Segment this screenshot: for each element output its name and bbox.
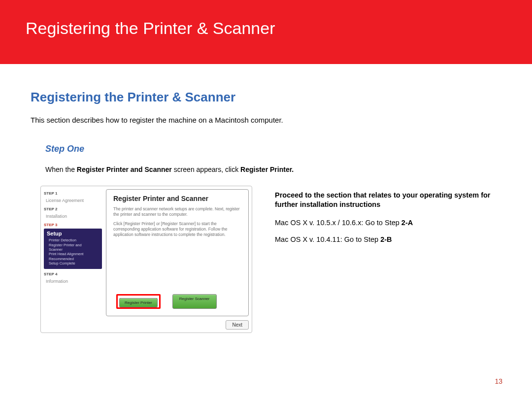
- installer-screenshot: STEP 1 License Agreement STEP 2 Installa…: [40, 186, 252, 333]
- screenshot-container: STEP 1 License Agreement STEP 2 Installa…: [31, 186, 252, 333]
- sidebar-setup-title: Setup: [47, 231, 99, 237]
- register-printer-button[interactable]: Register Printer: [119, 298, 158, 307]
- text: Mac OS X v. 10.5.x / 10.6.x: Go to Step: [275, 219, 401, 227]
- sidebar-setup-sub: Register Printer and: [47, 243, 99, 247]
- sidebar-item-license: License Agreement: [44, 197, 102, 204]
- header-title: Registering the Printer & Scanner: [26, 19, 506, 38]
- register-scanner-button[interactable]: Register Scanner: [172, 294, 217, 309]
- step-one-heading: Step One: [45, 144, 503, 154]
- text: screen appears, click: [172, 166, 240, 173]
- step-one-instruction: When the Register Printer and Scanner sc…: [45, 165, 503, 175]
- step-ref: 2-B: [380, 235, 392, 243]
- os-instructions: Proceed to the section that relates to y…: [252, 186, 503, 252]
- sidebar-step4-label: STEP 4: [44, 272, 102, 276]
- next-row: Next: [106, 316, 249, 330]
- section-heading: Registering the Printer & Scanner: [31, 90, 503, 105]
- section-description: This section describes how to register t…: [31, 116, 503, 124]
- text: Mac OS X v. 10.4.11: Go to Step: [275, 235, 380, 243]
- slide-header: Registering the Printer & Scanner: [0, 0, 532, 64]
- sidebar-setup-block: Setup Printer Detection Register Printer…: [44, 229, 102, 269]
- panel-button-row: Register Printer Register Scanner: [113, 294, 241, 310]
- sidebar-step3-label: STEP 3: [44, 223, 102, 227]
- sidebar-setup-sub: Setup Complete: [47, 261, 99, 266]
- step-ref: 2-A: [401, 219, 413, 227]
- os-line-1: Mac OS X v. 10.5.x / 10.6.x: Go to Step …: [275, 219, 503, 227]
- sidebar-step1-label: STEP 1: [44, 191, 102, 196]
- sidebar-item-information: Information: [44, 278, 102, 285]
- panel-paragraph: Click [Register Printer] or [Register Sc…: [113, 221, 241, 237]
- panel-title: Register Printer and Scanner: [113, 195, 241, 202]
- panel-paragraph: The printer and scanner network setups a…: [113, 206, 241, 217]
- sidebar-setup-sub: Print Head Alignment: [47, 252, 99, 256]
- highlight-register-printer: Register Printer: [116, 294, 161, 309]
- installer-inner-box: Register Printer and Scanner The printer…: [106, 189, 249, 316]
- bold-text: Register Printer.: [240, 166, 294, 173]
- sidebar-step2-label: STEP 2: [44, 207, 102, 211]
- slide-body: Registering the Printer & Scanner This s…: [0, 64, 532, 333]
- bold-text: Register Printer and Scanner: [77, 166, 172, 173]
- sidebar-setup-sub: Recommended: [47, 257, 99, 261]
- sidebar-setup-sub: Printer Detection: [47, 238, 99, 242]
- next-button[interactable]: Next: [226, 320, 249, 330]
- sidebar-item-installation: Installation: [44, 213, 102, 220]
- proceed-instruction: Proceed to the section that relates to y…: [275, 191, 503, 210]
- os-line-2: Mac OS X v. 10.4.11: Go to Step 2-B: [275, 235, 503, 243]
- page-number: 13: [495, 377, 502, 385]
- installer-sidebar: STEP 1 License Agreement STEP 2 Installa…: [44, 189, 102, 330]
- installer-main-panel: Register Printer and Scanner The printer…: [102, 189, 249, 330]
- sidebar-setup-sub: Scanner: [47, 247, 99, 252]
- text: When the: [45, 166, 77, 173]
